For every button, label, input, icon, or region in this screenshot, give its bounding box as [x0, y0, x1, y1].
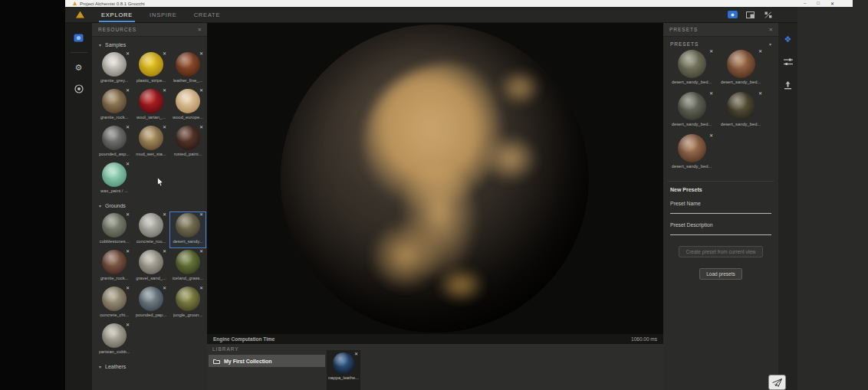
material-thumbnail[interactable]: ✕wool_tartan_...	[133, 87, 169, 124]
remove-material-icon[interactable]: ✕	[199, 51, 203, 56]
remove-material-icon[interactable]: ✕	[163, 285, 166, 290]
section-samples-label: Samples	[105, 42, 126, 48]
parameters-sliders-icon[interactable]	[780, 55, 797, 69]
material-thumbnail[interactable]: ✕leather_fine_...	[169, 51, 206, 87]
material-thumbnail[interactable]: ✕parisian_cobb...	[96, 322, 133, 359]
material-thumbnail[interactable]: ✕desert_sandy...	[169, 211, 206, 248]
material-thumbnail[interactable]: ✕iceland_grass...	[169, 248, 206, 285]
preset-name-input[interactable]	[670, 213, 771, 214]
material-thumbnail[interactable]: ✕gravel_sand_...	[133, 248, 169, 285]
material-thumbnail[interactable]: ✕cobblestones...	[96, 211, 133, 248]
close-button[interactable]: ✕	[830, 1, 834, 6]
material-sphere	[102, 213, 127, 238]
material-sphere	[678, 50, 706, 78]
remove-material-icon[interactable]: ✕	[126, 161, 130, 166]
remove-material-icon[interactable]: ✕	[126, 322, 130, 327]
material-sphere	[678, 134, 706, 162]
material-sphere	[176, 126, 200, 150]
remove-material-icon[interactable]: ✕	[163, 51, 166, 56]
material-label: plastic_stripe...	[136, 78, 166, 83]
send-feedback-button[interactable]	[768, 375, 786, 390]
remove-material-icon[interactable]: ✕	[163, 211, 166, 217]
remove-material-icon[interactable]: ✕	[163, 248, 166, 254]
material-thumbnail[interactable]: ✕pounded_asp...	[96, 124, 133, 161]
tab-explore[interactable]: EXPLORE	[101, 7, 133, 22]
material-thumbnail[interactable]: ✕desert_sandy_bed...	[667, 90, 716, 133]
material-thumbnail[interactable]: ✕granite_grey...	[96, 51, 133, 87]
material-thumbnail[interactable]: ✕desert_sandy_bed...	[667, 133, 716, 175]
material-thumbnail[interactable]: ✕rusted_paint...	[169, 124, 206, 161]
mouse-cursor	[157, 177, 164, 187]
split-view-icon[interactable]	[745, 11, 755, 18]
section-leathers-label: Leathers	[105, 364, 126, 369]
3d-view-icon[interactable]: ❖	[780, 32, 797, 46]
remove-material-icon[interactable]: ✕	[758, 48, 762, 54]
presets-section-header[interactable]: PRESETS ▾	[663, 37, 778, 48]
material-label: rusted_paint...	[174, 152, 202, 156]
section-leathers[interactable]: ▾ Leathers	[92, 359, 207, 372]
material-thumbnail[interactable]: ✕wood_europe...	[169, 87, 206, 124]
material-thumbnail[interactable]: ✕concrete_rou...	[133, 211, 169, 248]
material-thumbnail[interactable]: ✕desert_sandy_bed...	[667, 48, 716, 90]
material-thumbnail[interactable]: ✕pounded_pap...	[133, 285, 169, 322]
remove-material-icon[interactable]: ✕	[199, 124, 203, 129]
remove-material-icon[interactable]: ✕	[199, 87, 203, 93]
create-preset-button[interactable]: Create preset from current view	[679, 246, 762, 257]
remove-material-icon[interactable]: ✕	[163, 87, 166, 93]
remove-material-icon[interactable]: ✕	[126, 211, 130, 217]
app-logo-icon	[73, 2, 77, 5]
section-samples[interactable]: ▾ Samples	[92, 37, 207, 51]
material-sphere	[139, 287, 163, 311]
tab-inspire[interactable]: INSPIRE	[150, 7, 177, 22]
remove-material-icon[interactable]: ✕	[126, 248, 130, 254]
material-preview-sphere[interactable]	[281, 25, 589, 333]
export-icon[interactable]	[780, 78, 797, 92]
minimize-button[interactable]: –	[804, 1, 806, 6]
remove-material-icon[interactable]: ✕	[126, 124, 130, 129]
remove-material-icon[interactable]: ✕	[709, 90, 713, 96]
viewport-3d[interactable]	[207, 23, 663, 334]
sand-patch	[484, 136, 536, 182]
remove-material-icon[interactable]: ✕	[758, 90, 762, 96]
material-sphere	[102, 162, 127, 187]
material-thumbnail[interactable]: ✕wax_paint / ...	[96, 161, 133, 198]
material-thumbnail[interactable]: ✕plastic_stripe...	[133, 51, 169, 87]
remove-material-icon[interactable]: ✕	[126, 285, 130, 290]
settings-gear-icon[interactable]: ⚙	[71, 61, 87, 74]
preferences-icon[interactable]	[763, 11, 773, 18]
remove-material-icon[interactable]: ✕	[199, 285, 203, 290]
material-thumbnail[interactable]: ✕mud_wet_sta...	[133, 124, 169, 161]
material-thumbnail[interactable]: ✕jungle_groun...	[169, 285, 206, 322]
close-resources-icon[interactable]: ✕	[198, 27, 202, 33]
maximize-button[interactable]: □	[817, 1, 820, 6]
close-presets-icon[interactable]: ✕	[769, 27, 774, 33]
library-title: LIBRARY	[207, 344, 663, 353]
material-thumbnail[interactable]: ✕granite_rock...	[96, 248, 133, 285]
tab-create[interactable]: CREATE	[194, 7, 221, 22]
remove-material-icon[interactable]: ✕	[354, 351, 358, 356]
material-label: wax_paint / ...	[100, 188, 128, 193]
preset-description-input[interactable]	[670, 234, 771, 235]
remove-material-icon[interactable]: ✕	[199, 248, 203, 254]
remove-material-icon[interactable]: ✕	[709, 48, 713, 54]
remove-material-icon[interactable]: ✕	[126, 87, 130, 93]
collection-row[interactable]: My First Collection	[209, 355, 325, 367]
top-toolbar: EXPLORE INSPIRE CREATE	[65, 7, 797, 23]
remove-material-icon[interactable]: ✕	[199, 211, 203, 217]
remove-material-icon[interactable]: ✕	[126, 51, 130, 56]
presets-panel: PRESETS ✕ PRESETS ▾ ✕desert_sandy_bed...…	[663, 23, 778, 390]
material-thumbnail[interactable]: ✕concrete_chi...	[96, 285, 133, 322]
material-label: desert_sandy...	[173, 239, 202, 244]
remove-material-icon[interactable]: ✕	[709, 133, 713, 138]
community-icon[interactable]	[71, 82, 87, 96]
material-thumbnail[interactable]: ✕desert_sandy_bed...	[716, 48, 765, 90]
camera-view-icon[interactable]	[728, 11, 738, 18]
material-thumbnail[interactable]: ✕granite_rock...	[96, 87, 133, 124]
load-presets-button[interactable]: Load presets	[699, 268, 742, 280]
section-grounds[interactable]: ▾ Grounds	[92, 198, 207, 211]
library-item[interactable]: ✕ nappa_leathe...	[327, 350, 360, 390]
chevron-down-icon: ▾	[769, 41, 772, 47]
material-thumbnail[interactable]: ✕desert_sandy_bed...	[716, 90, 765, 133]
remove-material-icon[interactable]: ✕	[163, 124, 166, 129]
materials-home-icon[interactable]	[71, 31, 87, 44]
